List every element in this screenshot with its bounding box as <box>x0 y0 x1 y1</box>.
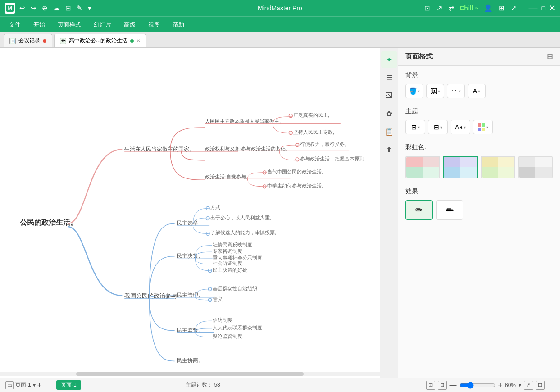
avatar-icon[interactable]: 👤 <box>483 3 494 13</box>
bg-image-alt-btn[interactable]: 🗃 ▾ <box>447 84 465 98</box>
theme-color-btn[interactable]: ▾ <box>473 120 493 134</box>
panel-close-icon[interactable]: ⊟ <box>547 52 553 61</box>
svg-text:行使权力，履行义务,: 行使权力，履行义务, <box>300 141 346 147</box>
menu-view[interactable]: 视图 <box>143 19 165 31</box>
menu-file[interactable]: 文件 <box>4 19 26 31</box>
svg-text:M: M <box>8 5 12 11</box>
scrollbar-horizontal[interactable] <box>0 372 380 376</box>
color-swatch-2[interactable] <box>443 156 478 178</box>
menu-advanced[interactable]: 高级 <box>118 19 141 31</box>
sidebar-icon-paint[interactable]: ✦ <box>381 51 397 68</box>
svg-point-7 <box>289 114 292 118</box>
color-palette-icon <box>478 123 485 131</box>
bg-text-arrow: ▾ <box>478 89 480 94</box>
tabbar: 📄 会议记录 🗺 高中政治必...的政治生活 ✕ <box>0 32 560 48</box>
expand-icon[interactable]: ⊡ <box>423 3 432 13</box>
color-swatch-4[interactable] <box>518 156 553 178</box>
image-alt-icon: 🗃 <box>451 87 458 95</box>
topic-count-value: 58 <box>214 382 220 388</box>
bg-image-btn[interactable]: 🖼 ▾ <box>426 84 444 98</box>
grid-icon[interactable]: ⊞ <box>64 3 73 13</box>
tab-politics[interactable]: 🗺 高中政治必...的政治生活 ✕ <box>54 34 146 47</box>
plugins-icon[interactable]: ⊞ <box>497 3 506 13</box>
win-close[interactable]: ✕ <box>549 3 555 13</box>
edit-icon[interactable]: ✎ <box>75 3 84 13</box>
effect-btn-1[interactable]: ✏ <box>405 200 433 220</box>
menu-slideshow[interactable]: 幻灯片 <box>88 19 117 31</box>
sidebar-icon-image[interactable]: 🖼 <box>381 87 397 104</box>
titlebar: M ↩ ↪ ⊕ ☁ ⊞ ✎ ▾ MindMaster Pro ⊡ ↗ ⇄ Chi… <box>0 0 560 16</box>
zoom-out2-icon[interactable]: ⊟ <box>536 381 545 390</box>
page-view-icon[interactable]: ▭ <box>5 381 14 389</box>
win-maximize[interactable]: □ <box>542 5 545 12</box>
expand2-icon[interactable]: ⤢ <box>510 3 518 13</box>
font-icon: Aa <box>455 123 463 131</box>
svg-text:社会听证制度,: 社会听证制度, <box>213 260 244 266</box>
current-page-tab[interactable]: 页面-1 <box>56 380 81 390</box>
svg-text:信访制度,: 信访制度, <box>213 317 234 323</box>
win-minimize[interactable]: — <box>529 3 538 14</box>
svg-point-9 <box>289 131 292 135</box>
tab-politics-close[interactable]: ✕ <box>137 38 140 43</box>
sidebar-icon-list[interactable]: ☰ <box>381 69 397 86</box>
svg-text:广泛真实的民主,: 广泛真实的民主, <box>293 112 329 118</box>
svg-text:民主决策的好处,: 民主决策的好处, <box>213 267 249 273</box>
titlebar-left: M ↩ ↪ ⊕ ☁ ⊞ ✎ ▾ <box>5 3 93 14</box>
panel-section-theme: 主题: ⊞ ▾ ⊟ ▾ Aa ▾ <box>405 107 553 134</box>
bg-color-btn[interactable]: 🪣 ▾ <box>405 84 423 98</box>
fullscreen-icon[interactable]: ⤢ <box>524 381 533 390</box>
effect1-icon: ✏ <box>415 205 423 215</box>
bg-text-btn[interactable]: A ▾ <box>468 84 486 98</box>
fit-page-icon[interactable]: ⊡ <box>426 381 435 390</box>
tab-meeting-dot <box>43 39 46 43</box>
theme-font-btn[interactable]: Aa ▾ <box>451 120 470 134</box>
paint-bucket-icon: 🪣 <box>409 87 417 95</box>
menu-help[interactable]: 帮助 <box>167 19 190 31</box>
tab-politics-dot <box>130 39 134 43</box>
page-dropdown-icon[interactable]: ▾ <box>33 382 36 388</box>
page-add-icon[interactable]: + <box>37 381 41 389</box>
layout1-icon: ⊞ <box>411 123 417 131</box>
sidebar-icon-outline[interactable]: 📋 <box>381 123 397 140</box>
redo-icon[interactable]: ↪ <box>29 3 38 13</box>
zoom-dropdown-icon[interactable]: ▾ <box>519 382 521 388</box>
user-name[interactable]: Chill ~ <box>460 5 478 12</box>
add-icon[interactable]: ⊕ <box>41 3 49 13</box>
undo-icon[interactable]: ↩ <box>18 3 27 13</box>
svg-text:人民民主专政本质是人民当家做主,: 人民民主专政本质是人民当家做主, <box>205 119 281 124</box>
svg-text:重大事项社会公示制度,: 重大事项社会公示制度, <box>213 255 264 260</box>
svg-text:人大代表联系群众制度: 人大代表联系群众制度 <box>213 325 262 330</box>
theme-layout1-btn[interactable]: ⊞ ▾ <box>405 120 425 134</box>
menu-start[interactable]: 开始 <box>28 19 50 31</box>
zoom-in-icon[interactable]: + <box>498 381 502 389</box>
tab-meeting[interactable]: 📄 会议记录 <box>4 34 52 47</box>
fit-width-icon[interactable]: ⊞ <box>438 381 447 390</box>
titlebar-right: ⊡ ↗ ⇄ Chill ~ 👤 ⊞ ⤢ — □ ✕ <box>423 3 555 14</box>
more-icon[interactable]: ▾ <box>87 3 93 13</box>
bg-alt-arrow: ▾ <box>459 89 461 94</box>
zoom-slider[interactable] <box>460 382 496 389</box>
theme-layout2-btn[interactable]: ⊟ ▾ <box>428 120 448 134</box>
color-swatch-1[interactable] <box>405 156 440 178</box>
sidebar-icon-upload[interactable]: ⬆ <box>381 141 397 158</box>
cloud-icon[interactable]: ☁ <box>52 3 61 13</box>
layout2-icon: ⊟ <box>434 123 439 131</box>
svg-text:当代中国公民的政治生活,: 当代中国公民的政治生活, <box>267 169 323 174</box>
color-swatch-3[interactable] <box>481 156 515 178</box>
panel-content: 背景: 🪣 ▾ 🖼 ▾ 🗃 ▾ A <box>398 66 560 234</box>
zoom-out-icon[interactable]: — <box>450 381 457 389</box>
canvas-area[interactable]: 公民的政治生活。 生活在人民当家做主的国家。 人民民主专政本质是人民当家做主, … <box>0 48 380 378</box>
statusbar-right: ⊡ ⊞ — + 60% ▾ ⤢ ⊟ … <box>426 381 555 390</box>
share-icon[interactable]: ↗ <box>435 3 444 13</box>
image-icon: 🖼 <box>431 87 437 95</box>
panel-section-background: 背景: 🪣 ▾ 🖼 ▾ 🗃 ▾ A <box>405 71 553 98</box>
page-label: 页面-1 <box>15 381 31 389</box>
menu-page-style[interactable]: 页面样式 <box>52 19 87 31</box>
more-dots-icon[interactable]: … <box>547 381 555 389</box>
sidebar-icon-style[interactable]: ✿ <box>381 105 397 122</box>
svg-point-15 <box>296 158 299 161</box>
zoom-level: 60% <box>505 382 516 388</box>
collab-icon[interactable]: ⇄ <box>447 3 456 13</box>
effect-btn-2[interactable]: ✏ <box>436 200 463 220</box>
effect-buttons: ✏ ✏ <box>405 200 553 220</box>
